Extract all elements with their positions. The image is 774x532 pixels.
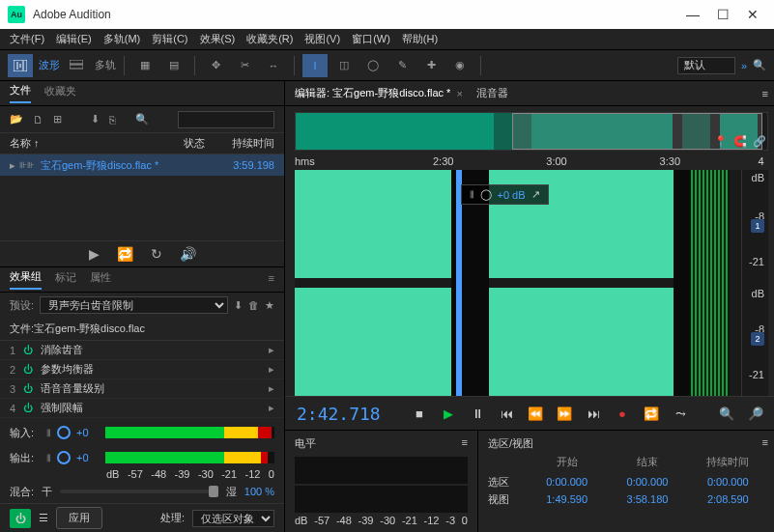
- pause-button[interactable]: ⏸: [467, 403, 488, 424]
- zoom-out-icon[interactable]: 🔎: [745, 403, 766, 424]
- workspace-chevron-icon[interactable]: »: [741, 60, 747, 71]
- power-icon[interactable]: ⏻: [23, 383, 33, 394]
- menu-effects[interactable]: 效果(S): [194, 30, 242, 48]
- editor-main[interactable]: ⫴ ◯ +0 dB ↗ dB -8 -21 dB -8 -21 1 2: [295, 170, 768, 396]
- panel-menu-icon[interactable]: ≡: [462, 436, 468, 451]
- waveform-label[interactable]: 波形: [39, 58, 60, 72]
- save-preset-icon[interactable]: ⬇: [234, 299, 243, 312]
- menu-favorites[interactable]: 收藏夹(R): [241, 30, 299, 48]
- menu-window[interactable]: 窗口(W): [346, 30, 396, 48]
- tool-stamp-button[interactable]: ◉: [447, 54, 473, 77]
- edit-chain-icon[interactable]: ☰: [39, 512, 48, 524]
- tab-editor[interactable]: 编辑器: 宝石gem-野狼disco.flac *: [295, 86, 450, 100]
- delete-preset-icon[interactable]: 🗑: [248, 299, 259, 311]
- menu-clip[interactable]: 剪辑(C): [146, 30, 193, 48]
- menu-file[interactable]: 文件(F): [4, 30, 50, 48]
- skip-selection-button[interactable]: ⤳: [670, 403, 691, 424]
- rewind-button[interactable]: ⏪: [525, 403, 546, 424]
- sel-dur[interactable]: 0:00.000: [688, 476, 768, 488]
- preview-loop-button[interactable]: 🔁: [117, 246, 133, 262]
- waveform-view-button[interactable]: [8, 54, 33, 77]
- magnet-icon[interactable]: 🧲: [733, 135, 747, 148]
- menu-edit[interactable]: 编辑(E): [50, 30, 98, 48]
- new-multitrack-icon[interactable]: ⊞: [53, 113, 62, 126]
- tool-slip-button[interactable]: ↔: [261, 54, 286, 77]
- process-select[interactable]: 仅选区对象: [192, 510, 274, 527]
- expand-icon[interactable]: ▸: [10, 159, 15, 172]
- pin-icon[interactable]: 📍: [714, 135, 728, 148]
- fx-slot-4[interactable]: 4⏻强制限幅▸: [0, 399, 284, 418]
- mix-percent[interactable]: 100 %: [244, 486, 274, 497]
- next-button[interactable]: ⏭: [583, 403, 604, 424]
- hud-db-value[interactable]: +0 dB: [498, 189, 526, 201]
- tool-move-button[interactable]: ✥: [203, 54, 228, 77]
- tab-properties[interactable]: 属性: [90, 270, 111, 289]
- tab-markers[interactable]: 标记: [55, 270, 76, 289]
- view-dur[interactable]: 2:08.590: [688, 493, 768, 505]
- workspace-select[interactable]: [677, 57, 735, 74]
- view-start[interactable]: 1:49.590: [527, 493, 607, 505]
- close-tab-icon[interactable]: ×: [456, 88, 462, 99]
- preview-autoplay-button[interactable]: ↻: [151, 246, 162, 262]
- view-end[interactable]: 3:58.180: [607, 493, 687, 505]
- col-duration[interactable]: 持续时间: [232, 136, 274, 151]
- tool-pitch-button[interactable]: ▤: [161, 54, 186, 77]
- file-row[interactable]: ▸ ⊪⊪ 宝石gem-野狼disco.flac * 3:59.198: [0, 154, 284, 176]
- files-search-input[interactable]: [178, 111, 274, 128]
- preset-select[interactable]: 男声旁白齿音限制: [40, 296, 228, 314]
- multitrack-label[interactable]: 多轨: [95, 58, 116, 72]
- sel-start[interactable]: 0:00.000: [527, 476, 607, 488]
- input-value[interactable]: +0: [76, 427, 100, 438]
- chevron-right-icon[interactable]: ▸: [269, 363, 274, 376]
- knob-icon[interactable]: ◯: [480, 188, 492, 201]
- channel-2-badge[interactable]: 2: [751, 332, 764, 346]
- panel-menu-icon[interactable]: ≡: [762, 88, 768, 99]
- tab-effects-rack[interactable]: 效果组: [10, 269, 42, 290]
- col-name[interactable]: 名称 ↑: [10, 136, 184, 151]
- power-icon[interactable]: ⏻: [23, 364, 33, 375]
- tool-marquee-button[interactable]: ◫: [331, 54, 357, 77]
- power-icon[interactable]: ⏻: [23, 403, 33, 413]
- tab-favorites[interactable]: 收藏夹: [44, 84, 76, 102]
- loop-button[interactable]: 🔁: [641, 403, 662, 424]
- menu-view[interactable]: 视图(V): [299, 30, 346, 48]
- mix-slider[interactable]: [60, 490, 218, 493]
- overview-waveform[interactable]: [295, 112, 768, 151]
- forward-button[interactable]: ⏩: [554, 403, 575, 424]
- link-icon[interactable]: 🔗: [753, 135, 766, 148]
- new-file-icon[interactable]: 🗋: [33, 114, 43, 126]
- tool-brush-button[interactable]: ✎: [389, 54, 415, 77]
- panel-menu-icon[interactable]: ≡: [762, 436, 768, 451]
- play-button[interactable]: ▶: [438, 403, 459, 424]
- time-display[interactable]: 2:42.718: [297, 404, 393, 424]
- output-value[interactable]: +0: [76, 452, 100, 463]
- preview-play-button[interactable]: ▶: [89, 246, 100, 262]
- fx-slot-2[interactable]: 2⏻参数均衡器▸: [0, 360, 284, 379]
- tool-heal-button[interactable]: ✚: [418, 54, 444, 77]
- volume-hud[interactable]: ⫴ ◯ +0 dB ↗: [461, 184, 549, 205]
- input-knob[interactable]: [57, 426, 71, 439]
- fx-slot-1[interactable]: 1⏻消除齿音▸: [0, 341, 284, 360]
- chevron-right-icon[interactable]: ▸: [269, 382, 274, 395]
- tool-time-select-button[interactable]: I: [302, 54, 328, 77]
- waveform-display[interactable]: ⫴ ◯ +0 dB ↗ dB -8 -21 dB -8 -21 1 2: [295, 170, 768, 396]
- stop-button[interactable]: ■: [409, 403, 430, 424]
- prev-button[interactable]: ⏮: [496, 403, 517, 424]
- fx-slot-3[interactable]: 3⏻语音音量级别▸: [0, 379, 284, 399]
- favorite-icon[interactable]: ★: [265, 299, 274, 312]
- expand-icon[interactable]: ↗: [531, 188, 540, 201]
- channel-1-badge[interactable]: 1: [751, 219, 764, 233]
- zoom-in-icon[interactable]: 🔍: [716, 403, 737, 424]
- record-button[interactable]: ●: [612, 403, 633, 424]
- power-icon[interactable]: ⏻: [23, 345, 33, 355]
- timeline[interactable]: hms 2:30 3:00 3:30 4 📍🧲🔗: [285, 153, 774, 170]
- maximize-button[interactable]: ☐: [717, 7, 730, 22]
- rack-power-button[interactable]: ⏻: [10, 509, 31, 528]
- multitrack-view-button[interactable]: [64, 54, 89, 77]
- chevron-right-icon[interactable]: ▸: [269, 344, 274, 356]
- sel-end[interactable]: 0:00.000: [607, 476, 687, 488]
- tool-lasso-button[interactable]: ◯: [360, 54, 386, 77]
- open-file-icon[interactable]: 📂: [10, 113, 23, 126]
- tool-razor-button[interactable]: ✂: [232, 54, 257, 77]
- panel-menu-icon[interactable]: ≡: [269, 272, 274, 288]
